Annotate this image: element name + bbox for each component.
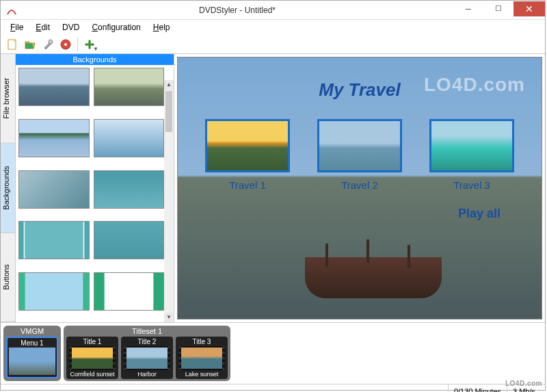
background-thumb[interactable] <box>94 221 165 259</box>
menu1-label: Menu 1 <box>21 339 43 347</box>
preview-pane: LO4D.com My Travel Travel 1Travel 2Trave… <box>174 54 545 322</box>
open-button[interactable] <box>23 37 38 52</box>
film-frame <box>69 346 116 370</box>
side-tabs: File browser Backgrounds Buttons <box>1 54 16 322</box>
app-window: DVDStyler - Untitled* ─ ☐ ✕ File Edit DV… <box>0 0 546 391</box>
menu1-thumb[interactable]: Menu 1 <box>6 337 58 378</box>
main-area: File browser Backgrounds Buttons Backgro… <box>1 54 545 322</box>
app-icon <box>6 5 17 16</box>
vmgm-block[interactable]: VMGM Menu 1 <box>3 326 61 381</box>
window-controls: ─ ☐ ✕ <box>453 4 545 16</box>
maximize-button[interactable]: ☐ <box>483 1 513 16</box>
scroll-track[interactable] <box>164 133 174 313</box>
close-button[interactable]: ✕ <box>513 1 545 16</box>
menu-bar: File Edit DVD Configuration Help <box>1 20 545 35</box>
status-bar: 0/130 Minutes 3 Mb/s <box>1 384 545 392</box>
menu-edit[interactable]: Edit <box>30 21 55 34</box>
background-thumb[interactable] <box>94 170 165 209</box>
menu-file[interactable]: File <box>5 21 29 34</box>
titlebar[interactable]: DVDStyler - Untitled* ─ ☐ ✕ <box>1 1 545 20</box>
watermark-corner: LO4D.com <box>505 380 542 387</box>
background-thumb[interactable] <box>18 221 90 259</box>
background-thumb[interactable] <box>94 272 165 311</box>
menu1-preview <box>9 348 55 375</box>
timeline: VMGM Menu 1 Titleset 1 Title 1Cornfield … <box>1 322 545 384</box>
menu-dvd[interactable]: DVD <box>57 21 85 34</box>
title-thumb[interactable]: Title 3Lake sunset <box>176 337 228 379</box>
menu-configuration[interactable]: Configuration <box>86 21 146 34</box>
background-thumb[interactable] <box>18 170 90 209</box>
dvd-menu-preview[interactable]: LO4D.com My Travel Travel 1Travel 2Trave… <box>177 57 542 319</box>
menu-item-label: Travel 3 <box>429 179 514 191</box>
svg-point-3 <box>64 43 67 46</box>
background-thumb[interactable] <box>18 272 90 311</box>
scroll-up-icon[interactable]: ▲ <box>164 80 174 90</box>
burn-button[interactable] <box>58 37 73 52</box>
menu-title[interactable]: My Travel <box>178 79 542 101</box>
title-header: Title 1 <box>83 338 102 345</box>
new-button[interactable] <box>5 37 20 52</box>
tab-buttons[interactable]: Buttons <box>1 233 15 322</box>
menu-item-thumb[interactable] <box>317 119 402 172</box>
menu-item[interactable]: Travel 1 <box>205 119 290 191</box>
title-caption: Harbor <box>137 371 157 378</box>
title-caption: Cornfield sunset <box>70 371 114 378</box>
settings-button[interactable] <box>40 37 55 52</box>
background-thumb[interactable] <box>18 68 90 106</box>
title-thumb[interactable]: Title 2Harbor <box>121 337 173 379</box>
background-thumb[interactable] <box>94 68 165 106</box>
titleset-header: Titleset 1 <box>66 327 228 335</box>
film-frame <box>124 346 170 370</box>
menu-item-thumb[interactable] <box>205 119 290 172</box>
background-ship <box>305 257 442 298</box>
titleset-block[interactable]: Titleset 1 Title 1Cornfield sunsetTitle … <box>64 326 230 381</box>
film-frame <box>178 346 225 370</box>
title-thumb[interactable]: Title 1Cornfield sunset <box>66 337 118 379</box>
title-header: Title 2 <box>138 338 157 345</box>
tab-backgrounds[interactable]: Backgrounds <box>1 144 15 233</box>
menu-item[interactable]: Travel 2 <box>317 119 402 191</box>
menu-item-label: Travel 2 <box>317 179 402 191</box>
toolbar-separator <box>77 38 78 51</box>
menu-item[interactable]: Travel 3 <box>429 119 514 191</box>
panel-header: Backgrounds <box>16 54 174 65</box>
title-caption: Lake sunset <box>185 371 219 378</box>
status-minutes: 0/130 Minutes <box>448 384 507 392</box>
dropdown-arrow-icon: ▼ <box>93 46 98 52</box>
browser-panel: Backgrounds ▲ ▼ <box>16 54 174 322</box>
vmgm-header: VMGM <box>6 327 58 335</box>
svg-point-1 <box>49 40 53 44</box>
title-header: Title 3 <box>193 338 211 345</box>
menu-item-thumb[interactable] <box>429 119 514 172</box>
toolbar: ▼ <box>1 35 545 54</box>
background-thumb[interactable] <box>18 119 90 157</box>
menu-items: Travel 1Travel 2Travel 3 <box>178 119 542 191</box>
scroll-down-icon[interactable]: ▼ <box>164 313 174 322</box>
tab-file-browser[interactable]: File browser <box>1 54 15 144</box>
scroll-thumb[interactable] <box>165 91 172 132</box>
menu-item-label: Travel 1 <box>205 179 290 191</box>
minimize-button[interactable]: ─ <box>453 1 483 16</box>
backgrounds-grid <box>16 65 174 322</box>
background-thumb[interactable] <box>94 119 165 157</box>
play-all-button[interactable]: Play all <box>458 207 501 221</box>
window-title: DVDStyler - Untitled* <box>21 5 453 15</box>
add-button[interactable]: ▼ <box>82 37 97 52</box>
menu-help[interactable]: Help <box>148 21 176 34</box>
scrollbar[interactable]: ▲ ▼ <box>164 80 174 322</box>
